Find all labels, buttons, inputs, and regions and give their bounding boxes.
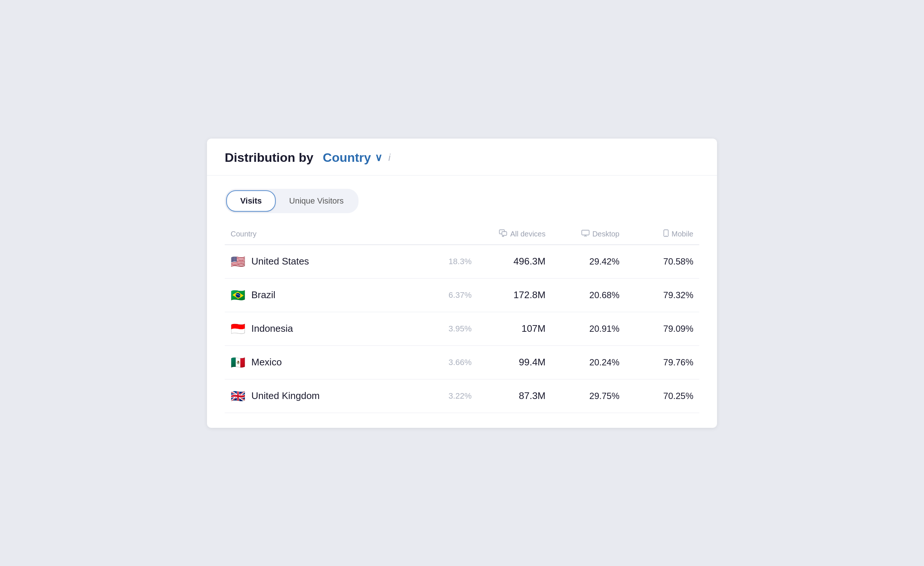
info-icon[interactable]: i xyxy=(388,152,391,163)
distribution-card: Distribution by Country ∨ i Visits Uniqu… xyxy=(207,139,717,428)
flag-br: 🇧🇷 xyxy=(231,288,245,302)
col-alldevices-label: All devices xyxy=(510,230,546,238)
card-title: Distribution by Country ∨ i xyxy=(225,150,699,165)
svg-point-8 xyxy=(666,235,666,236)
desktop-us: 29.42% xyxy=(546,256,620,267)
country-cell-br: 🇧🇷 Brazil xyxy=(231,288,412,302)
flag-gb: 🇬🇧 xyxy=(231,389,245,403)
mobile-us: 70.58% xyxy=(620,256,693,267)
country-name-mx: Mexico xyxy=(251,356,282,368)
flag-mx: 🇲🇽 xyxy=(231,355,245,370)
tab-visits[interactable]: Visits xyxy=(226,190,276,212)
country-name-id: Indonesia xyxy=(251,323,293,334)
title-highlight: Country xyxy=(322,150,371,165)
percent-mx: 3.66% xyxy=(412,358,472,367)
svg-rect-1 xyxy=(502,232,507,235)
country-cell-gb: 🇬🇧 United Kingdom xyxy=(231,389,412,403)
svg-rect-4 xyxy=(582,230,589,235)
mobile-icon xyxy=(663,229,669,239)
country-name-us: United States xyxy=(251,256,309,267)
col-country-header: Country xyxy=(231,229,412,239)
table-row: 🇧🇷 Brazil 6.37% 172.8M 20.68% 79.32% xyxy=(225,279,699,312)
table-row: 🇮🇩 Indonesia 3.95% 107M 20.91% 79.09% xyxy=(225,312,699,346)
percent-gb: 3.22% xyxy=(412,391,472,401)
col-mobile-label: Mobile xyxy=(672,230,693,238)
alldevices-gb: 87.3M xyxy=(472,390,546,401)
mobile-gb: 70.25% xyxy=(620,391,693,401)
table-row: 🇲🇽 Mexico 3.66% 99.4M 20.24% 79.76% xyxy=(225,346,699,379)
desktop-br: 20.68% xyxy=(546,290,620,300)
percent-us: 18.3% xyxy=(412,257,472,267)
flag-id: 🇮🇩 xyxy=(231,322,245,336)
mobile-id: 79.09% xyxy=(620,323,693,334)
card-header: Distribution by Country ∨ i xyxy=(207,139,717,175)
col-mobile-header: Mobile xyxy=(620,229,693,239)
country-cell-mx: 🇲🇽 Mexico xyxy=(231,355,412,370)
chevron-icon[interactable]: ∨ xyxy=(375,151,382,164)
table-row: 🇺🇸 United States 18.3% 496.3M 29.42% 70.… xyxy=(225,245,699,279)
desktop-gb: 29.75% xyxy=(546,391,620,401)
col-percent-header xyxy=(412,229,472,239)
table-row: 🇬🇧 United Kingdom 3.22% 87.3M 29.75% 70.… xyxy=(225,379,699,413)
country-name-br: Brazil xyxy=(251,289,275,301)
mobile-mx: 79.76% xyxy=(620,357,693,368)
desktop-mx: 20.24% xyxy=(546,357,620,368)
country-cell-id: 🇮🇩 Indonesia xyxy=(231,322,412,336)
country-cell-us: 🇺🇸 United States xyxy=(231,255,412,269)
percent-br: 6.37% xyxy=(412,290,472,300)
percent-id: 3.95% xyxy=(412,324,472,334)
country-name-gb: United Kingdom xyxy=(251,390,320,401)
mobile-br: 79.32% xyxy=(620,290,693,300)
alldevices-us: 496.3M xyxy=(472,256,546,267)
tabs-container: Visits Unique Visitors xyxy=(225,189,358,213)
alldevices-br: 172.8M xyxy=(472,289,546,301)
card-body: Visits Unique Visitors Country xyxy=(207,175,717,428)
alldevices-mx: 99.4M xyxy=(472,356,546,368)
col-desktop-header: Desktop xyxy=(546,229,620,239)
table-header: Country All devices xyxy=(225,229,699,245)
data-table: Country All devices xyxy=(225,229,699,413)
title-static: Distribution by xyxy=(225,150,314,165)
col-desktop-label: Desktop xyxy=(592,230,620,238)
tab-unique-visitors[interactable]: Unique Visitors xyxy=(276,190,357,212)
desktop-id: 20.91% xyxy=(546,323,620,334)
desktop-icon xyxy=(581,230,590,238)
col-alldevices-header: All devices xyxy=(472,229,546,239)
alldevices-id: 107M xyxy=(472,323,546,334)
flag-us: 🇺🇸 xyxy=(231,255,245,269)
col-country-label: Country xyxy=(231,230,256,238)
all-devices-icon xyxy=(499,229,507,239)
